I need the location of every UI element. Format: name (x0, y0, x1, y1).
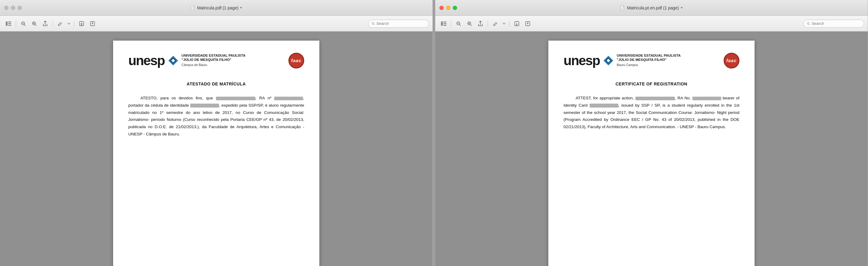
svg-rect-29 (443, 22, 446, 23)
left-redacted-name (216, 97, 255, 100)
left-unesp-wordmark: unesp (128, 54, 165, 67)
left-faac-badge: faac (288, 53, 304, 68)
svg-rect-31 (443, 25, 446, 26)
right-close-button[interactable] (439, 6, 444, 10)
left-sep-3 (74, 21, 74, 27)
left-redacted-rg (190, 104, 219, 107)
left-unesp-line1: UNIVERSIDADE ESTADUAL PAULISTA (182, 54, 246, 58)
left-doc-body: ATESTO, para os devidos fins, que , RA n… (128, 95, 304, 137)
zoom-in-icon (32, 21, 37, 26)
svg-rect-5 (8, 22, 11, 23)
right-import-icon (514, 21, 520, 26)
chevron-down-icon (68, 23, 70, 25)
svg-rect-7 (8, 25, 11, 26)
svg-rect-24 (621, 5, 624, 10)
right-window-title: Matricula.pt.en.pdf (1 page) ▾ (620, 5, 682, 10)
right-faac-badge: faac (724, 53, 739, 68)
left-import-button[interactable] (77, 20, 87, 28)
share-icon (43, 21, 48, 26)
svg-line-20 (374, 24, 375, 25)
right-zoom-out-icon (456, 21, 461, 26)
left-unesp-text-block: UNIVERSIDADE ESTADUAL PAULISTA "JÚLIO DE… (182, 54, 246, 68)
left-unesp-diamond-icon (168, 55, 179, 66)
svg-rect-28 (441, 22, 443, 26)
svg-point-19 (372, 22, 374, 24)
right-min-button[interactable] (446, 6, 451, 10)
right-export-button[interactable] (523, 20, 533, 28)
left-sep-1 (16, 21, 16, 27)
svg-rect-30 (443, 23, 446, 24)
left-redacted-ra (274, 97, 303, 100)
right-redacted-rg (590, 104, 618, 107)
right-sep-2 (488, 21, 488, 27)
right-zoom-out-button[interactable] (454, 20, 463, 28)
left-zoom-out-button[interactable] (19, 20, 28, 28)
left-window: Matricula.pdf (1 page) ▾ (0, 0, 433, 266)
right-title-text: Matricula.pt.en.pdf (1 page) (627, 5, 679, 10)
left-close-button[interactable] (4, 6, 8, 10)
right-unesp-line1: UNIVERSIDADE ESTADUAL PAULISTA (617, 54, 681, 58)
left-doc-page: unesp UNIVERSIDADE ESTADUAL PAULISTA "JÚ… (113, 41, 319, 266)
left-window-title: Matricula.pdf (1 page) ▾ (190, 5, 242, 10)
right-sep-1 (451, 21, 451, 27)
left-unesp-line2: "JÚLIO DE MESQUITA FILHO" (182, 58, 246, 62)
right-faac-label: faac (726, 57, 737, 64)
svg-line-38 (470, 25, 472, 26)
left-zoom-in-button[interactable] (29, 20, 39, 28)
left-min-button[interactable] (11, 6, 15, 10)
svg-line-34 (460, 25, 461, 26)
right-unesp-logo: unesp UNIVERSIDADE ESTADUAL PAULISTA "JÚ… (563, 54, 681, 68)
svg-line-14 (35, 25, 36, 26)
annotate-icon (58, 21, 62, 26)
right-title-bar: Matricula.pt.en.pdf (1 page) ▾ (435, 0, 868, 16)
right-zoom-in-button[interactable] (465, 20, 474, 28)
right-doc-icon (620, 5, 625, 10)
left-share-button[interactable] (40, 20, 50, 28)
left-sidebar-toggle[interactable] (4, 20, 13, 28)
right-doc-body: ATTEST, for appropriate action, , RA No.… (563, 95, 739, 130)
right-max-button[interactable] (453, 6, 457, 10)
right-toolbar (435, 16, 868, 32)
zoom-out-icon (21, 21, 26, 26)
left-search-icon (372, 22, 375, 26)
right-sidebar-toggle[interactable] (439, 20, 448, 28)
right-unesp-diamond-icon (603, 55, 614, 66)
right-search-icon (807, 22, 810, 26)
left-faac-label: faac (291, 57, 302, 64)
left-body-paragraph: ATESTO, para os devidos fins, que , RA n… (128, 95, 304, 137)
left-section-title: ATESTADO DE MATRÍCULA (128, 80, 304, 87)
right-annotate-button[interactable] (490, 20, 500, 28)
right-doc-page: unesp UNIVERSIDADE ESTADUAL PAULISTA "JÚ… (548, 41, 754, 266)
svg-rect-4 (6, 22, 8, 26)
svg-rect-0 (191, 5, 194, 10)
left-export-button[interactable] (88, 20, 97, 28)
right-unesp-text-block: UNIVERSIDADE ESTADUAL PAULISTA "JÚLIO DE… (617, 54, 681, 68)
right-doc-header: unesp UNIVERSIDADE ESTADUAL PAULISTA "JÚ… (563, 53, 739, 71)
left-annotate-chevron[interactable] (66, 20, 71, 28)
right-search-input[interactable] (812, 21, 861, 26)
left-search-bar[interactable] (368, 20, 429, 28)
left-doc-area: unesp UNIVERSIDADE ESTADUAL PAULISTA "JÚ… (0, 32, 432, 266)
right-unesp-campus: Bauru Campus (617, 62, 681, 68)
left-traffic-lights (4, 6, 22, 10)
right-unesp-wordmark: unesp (563, 54, 600, 67)
right-import-button[interactable] (512, 20, 522, 28)
right-unesp-line2: "JÚLIO DE MESQUITA FILHO" (617, 58, 681, 62)
left-annotate-button[interactable] (55, 20, 65, 28)
right-sep-3 (509, 21, 509, 27)
right-title-chevron[interactable]: ▾ (681, 6, 683, 10)
panel-divider[interactable] (433, 0, 435, 266)
right-annotate-chevron[interactable] (501, 20, 507, 28)
left-max-button[interactable] (18, 6, 22, 10)
svg-point-42 (807, 22, 809, 24)
right-share-button[interactable] (475, 20, 485, 28)
right-search-bar[interactable] (803, 20, 864, 28)
right-zoom-in-icon (467, 21, 472, 26)
left-search-input[interactable] (376, 21, 426, 26)
left-unesp-logo: unesp UNIVERSIDADE ESTADUAL PAULISTA "JÚ… (128, 54, 245, 68)
right-doc-area: unesp UNIVERSIDADE ESTADUAL PAULISTA "JÚ… (435, 32, 868, 266)
left-title-bar: Matricula.pdf (1 page) ▾ (0, 0, 432, 16)
right-section-title: CERTIFICATE OF REGISTRATION (563, 80, 739, 87)
left-title-chevron[interactable]: ▾ (240, 6, 242, 10)
right-annotate-icon (493, 21, 498, 26)
